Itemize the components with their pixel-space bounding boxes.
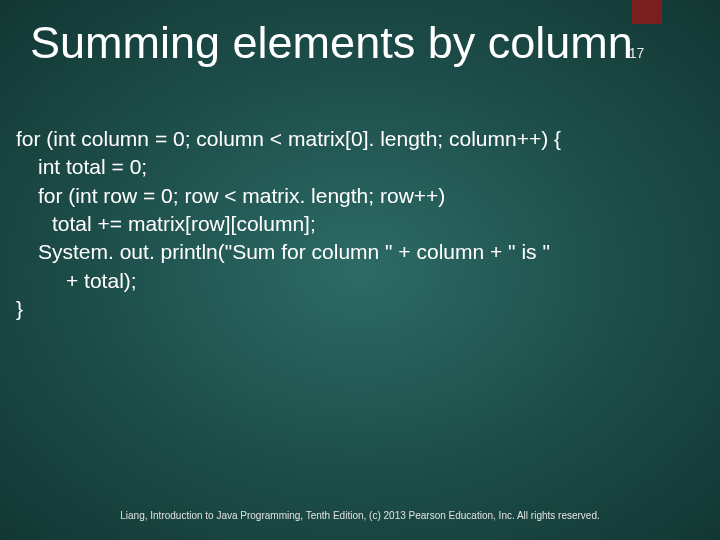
code-line: int total = 0; <box>16 153 704 181</box>
code-line: } <box>16 295 704 323</box>
title-area: Summing elements by column17 <box>30 18 700 68</box>
footer-text: Liang, Introduction to Java Programming,… <box>0 509 720 522</box>
code-line: for (int row = 0; row < matrix. length; … <box>16 182 704 210</box>
code-block: for (int column = 0; column < matrix[0].… <box>16 125 704 323</box>
code-line: + total); <box>16 267 704 295</box>
code-line: System. out. println("Sum for column " +… <box>16 238 704 266</box>
page-number: 17 <box>629 45 645 61</box>
slide: Summing elements by column17 for (int co… <box>0 0 720 540</box>
code-line: for (int column = 0; column < matrix[0].… <box>16 125 704 153</box>
code-line: total += matrix[row][column]; <box>16 210 704 238</box>
slide-title: Summing elements by column <box>30 17 633 68</box>
